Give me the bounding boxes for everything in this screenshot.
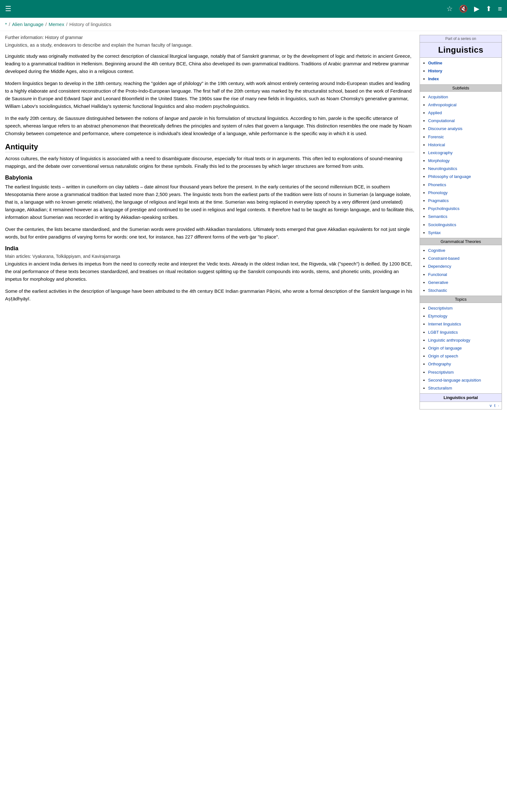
- play-button[interactable]: ▶: [474, 5, 480, 13]
- article: Further information: History of grammar …: [5, 35, 414, 307]
- para2: Modern linguistics began to develop in t…: [5, 80, 414, 110]
- grammatical-header: Grammatical Theories: [420, 238, 502, 245]
- sidebar-topic-item[interactable]: Prescriptivism: [428, 368, 499, 376]
- sidebar-subfield-item[interactable]: Phonology: [428, 189, 499, 197]
- sidebar-topic-item[interactable]: Descriptivism: [428, 304, 499, 312]
- sidebar-subfield-item[interactable]: Sociolinguistics: [428, 221, 499, 229]
- sidebar-topic-item[interactable]: Structuralism: [428, 384, 499, 392]
- sidebar-v-link[interactable]: v: [490, 403, 492, 408]
- antiquity-heading: Antiquity: [5, 142, 414, 152]
- sidebar-grammatical-item[interactable]: Stochastic: [428, 287, 499, 294]
- sidebar-subfield-item[interactable]: Historical: [428, 141, 499, 149]
- breadcrumb-current: History of linguistics: [69, 21, 112, 27]
- india-para1: Linguistics in ancient India derives its…: [5, 260, 414, 283]
- sidebar-topic-item[interactable]: Second-language acquisition: [428, 376, 499, 384]
- sidebar-grammatical-list: CognitiveConstraint-basedDependencyFunct…: [420, 245, 502, 296]
- india-para2: Some of the earliest activities in the d…: [5, 287, 414, 303]
- babylonia-para2: Over the centuries, the lists became sta…: [5, 225, 414, 241]
- sidebar: Part of a series on Linguistics Outline …: [419, 35, 502, 409]
- intro-para: Linguistics, as a study, endeavors to de…: [5, 41, 414, 49]
- sidebar-subfield-item[interactable]: Philosophy of language: [428, 172, 499, 181]
- sidebar-subfield-item[interactable]: Anthropological: [428, 101, 499, 109]
- sidebar-subfield-item[interactable]: Phonetics: [428, 181, 499, 189]
- sidebar-subfield-item[interactable]: Lexicography: [428, 149, 499, 157]
- breadcrumb-sep3: /: [66, 21, 67, 27]
- sidebar-subfield-item[interactable]: Morphology: [428, 157, 499, 165]
- sidebar-topic-item[interactable]: Origin of language: [428, 344, 499, 352]
- topics-header: Topics: [420, 296, 502, 303]
- sidebar-subfield-item[interactable]: Computational: [428, 117, 499, 125]
- sidebar-subfield-item[interactable]: Semantics: [428, 212, 499, 220]
- sidebar-subfield-item[interactable]: Psycholinguistics: [428, 205, 499, 212]
- sidebar-portal[interactable]: Linguistics portal: [420, 393, 502, 402]
- para1: Linguistic study was originally motivate…: [5, 52, 414, 75]
- breadcrumb-link1[interactable]: Alien language: [12, 21, 43, 27]
- para3-parole: parole: [189, 115, 203, 121]
- sidebar-topic-item[interactable]: Etymology: [428, 312, 499, 320]
- sidebar-topic-item[interactable]: Origin of speech: [428, 352, 499, 360]
- sidebar-grammatical-item[interactable]: Dependency: [428, 262, 499, 270]
- breadcrumb-link2[interactable]: Memex: [49, 21, 64, 27]
- star-button[interactable]: ☆: [447, 5, 453, 13]
- sidebar-main-title: Linguistics: [420, 43, 502, 58]
- sidebar-subfield-item[interactable]: Discourse analysis: [428, 125, 499, 133]
- sidebar-top-list: Outline History Index: [420, 58, 502, 84]
- para3-mid: and: [179, 115, 189, 121]
- breadcrumb: * / Alien language / Memex / History of …: [0, 18, 507, 31]
- sidebar-subfield-item[interactable]: Applied: [428, 109, 499, 117]
- share-button[interactable]: ⬆: [486, 5, 492, 13]
- menu-button[interactable]: ☰: [5, 5, 11, 13]
- sidebar-topic-item[interactable]: Orthography: [428, 360, 499, 368]
- sidebar-topic-item[interactable]: LGBT linguistics: [428, 328, 499, 336]
- babylonia-heading: Babylonia: [5, 174, 414, 181]
- breadcrumb-sep2: /: [45, 21, 47, 27]
- sidebar-subfield-item[interactable]: Pragmatics: [428, 197, 499, 205]
- para3-langue: langue: [164, 115, 179, 121]
- sidebar-history[interactable]: History: [428, 67, 499, 75]
- mute-button[interactable]: 🔇: [459, 5, 468, 13]
- sidebar-subfield-item[interactable]: Neurolinguistics: [428, 165, 499, 172]
- india-main-articles: Main articles: Vyakarana, Tolkāppiyam, a…: [5, 254, 414, 259]
- antiquity-para: Across cultures, the early history of li…: [5, 155, 414, 170]
- para3-pre: In the early 20th century, de Saussure d…: [5, 115, 164, 121]
- breadcrumb-sep1: /: [9, 21, 10, 27]
- sidebar-subfield-item[interactable]: Syntax: [428, 229, 499, 237]
- sidebar-grammatical-item[interactable]: Cognitive: [428, 247, 499, 254]
- sidebar-grammatical-item[interactable]: Generative: [428, 278, 499, 287]
- sidebar-vt-row: v t ·: [420, 402, 502, 409]
- sidebar-grammatical-item[interactable]: Constraint-based: [428, 254, 499, 262]
- sidebar-index[interactable]: Index: [428, 75, 499, 83]
- topbar: ☰ ☆ 🔇 ▶ ⬆ ≡: [0, 0, 507, 18]
- breadcrumb-home[interactable]: *: [5, 21, 7, 27]
- sidebar-topics-list: DescriptivismEtymologyInternet linguisti…: [420, 303, 502, 393]
- sidebar-subfields-list: AcquisitionAnthropologicalAppliedComputa…: [420, 92, 502, 238]
- sidebar-topic-item[interactable]: Internet linguistics: [428, 320, 499, 328]
- more-button[interactable]: ≡: [498, 5, 502, 13]
- left-icons: ☰: [5, 5, 11, 13]
- sidebar-subfield-item[interactable]: Acquisition: [428, 93, 499, 101]
- para3: In the early 20th century, de Saussure d…: [5, 114, 414, 137]
- india-heading: India: [5, 245, 414, 252]
- sidebar-subfield-item[interactable]: Forensic: [428, 133, 499, 141]
- sidebar-outline[interactable]: Outline: [428, 59, 499, 67]
- further-info: Further information: History of grammar: [5, 35, 414, 40]
- babylonia-para1: The earliest linguistic texts – written …: [5, 183, 414, 221]
- right-icons: ☆ 🔇 ▶ ⬆ ≡: [447, 5, 502, 13]
- sidebar-grammatical-item[interactable]: Functional: [428, 270, 499, 278]
- sidebar-e-link[interactable]: ·: [498, 403, 499, 408]
- sidebar-series-label: Part of a series on: [420, 35, 502, 43]
- subfields-header: Subfields: [420, 84, 502, 92]
- sidebar-t-link[interactable]: t: [494, 403, 496, 408]
- main-content: Further information: History of grammar …: [0, 31, 507, 413]
- sidebar-topic-item[interactable]: Linguistic anthropology: [428, 336, 499, 344]
